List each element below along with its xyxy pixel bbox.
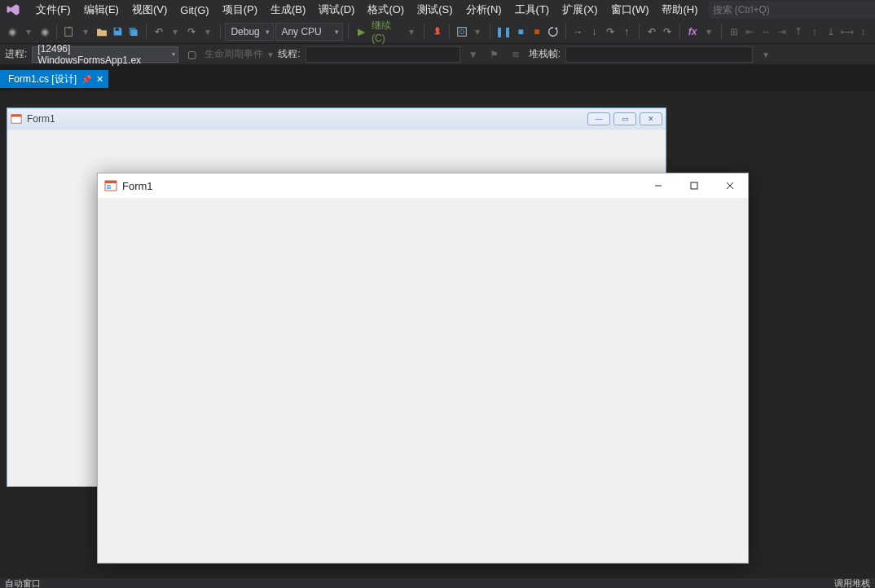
close-icon[interactable]: ✕ — [96, 74, 103, 85]
svg-rect-1 — [115, 28, 119, 30]
designer-close-icon[interactable]: ✕ — [640, 112, 662, 125]
restart-icon[interactable] — [546, 23, 561, 41]
separator — [348, 24, 349, 39]
align-top-icon[interactable]: ⤒ — [791, 23, 806, 41]
stop-debug-icon[interactable]: ■ — [530, 23, 544, 41]
callstack-panel-label[interactable]: 调用堆栈 — [834, 577, 870, 589]
diagnostic-icon[interactable]: fx — [685, 23, 700, 41]
running-close-button[interactable] — [712, 173, 748, 198]
separator — [56, 24, 57, 39]
continue-drop-icon[interactable]: ▾ — [404, 23, 419, 41]
search-input[interactable] — [708, 1, 875, 19]
tab-form1-designer[interactable]: Form1.cs [设计] 📌 ✕ — [0, 70, 108, 88]
undo-icon[interactable]: ↶ — [152, 23, 166, 41]
svg-rect-7 — [105, 181, 117, 183]
separator — [449, 24, 450, 39]
tab-title: Form1.cs [设计] — [8, 72, 77, 86]
search-box — [708, 1, 875, 19]
pause-icon[interactable]: ❚❚ — [495, 23, 512, 41]
running-minimize-button[interactable] — [640, 173, 676, 198]
overflow-icon[interactable]: ▾ — [758, 46, 774, 64]
pin-icon[interactable]: 📌 — [81, 75, 91, 84]
browser-link-drop-icon[interactable]: ▾ — [471, 23, 486, 41]
running-form-body[interactable] — [98, 198, 748, 563]
align-middle-icon[interactable]: ↕ — [807, 23, 822, 41]
undo2-icon[interactable]: ↶ — [644, 23, 659, 41]
running-form-icon — [104, 179, 117, 192]
new-item-drop-icon[interactable]: ▾ — [78, 23, 93, 41]
running-titlebar[interactable]: Form1 — [98, 173, 748, 198]
hot-reload-icon[interactable] — [429, 23, 444, 41]
menu-project[interactable]: 项目(P) — [216, 0, 264, 20]
separator — [220, 24, 221, 39]
separator — [424, 24, 424, 39]
autos-panel-label[interactable]: 自动窗口 — [5, 577, 41, 589]
save-all-icon[interactable] — [127, 23, 142, 41]
menu-edit[interactable]: 编辑(E) — [77, 0, 125, 20]
running-form-window[interactable]: Form1 — [97, 173, 749, 564]
menu-debug[interactable]: 调试(D) — [312, 0, 361, 20]
menu-window[interactable]: 窗口(W) — [605, 0, 656, 20]
menu-extensions[interactable]: 扩展(X) — [556, 0, 604, 20]
align-center-icon[interactable]: ↔ — [758, 23, 773, 41]
align-grid-icon[interactable]: ⊞ — [727, 23, 741, 41]
menu-build[interactable]: 生成(B) — [264, 0, 312, 20]
running-maximize-button[interactable] — [676, 173, 712, 198]
same-width-icon[interactable]: ⟷ — [839, 23, 854, 41]
svg-point-3 — [459, 29, 464, 33]
save-icon[interactable] — [111, 23, 125, 41]
redo-icon[interactable]: ↷ — [184, 23, 199, 41]
config-dropdown[interactable]: Debug — [225, 23, 274, 41]
redo2-icon[interactable]: ↷ — [661, 23, 675, 41]
menu-bar: 文件(F) 编辑(E) 视图(V) Git(G) 项目(P) 生成(B) 调试(… — [0, 0, 875, 20]
same-height-icon[interactable]: ↕ — [855, 23, 870, 41]
stop-icon[interactable]: ■ — [513, 23, 528, 41]
align-right-icon[interactable]: ⇥ — [775, 23, 789, 41]
stackframe-dropdown[interactable] — [565, 46, 753, 63]
menu-tools[interactable]: 工具(T) — [508, 0, 556, 20]
platform-dropdown[interactable]: Any CPU — [275, 23, 343, 41]
open-folder-icon[interactable] — [95, 23, 109, 41]
menu-git[interactable]: Git(G) — [174, 2, 215, 19]
stack-icon[interactable]: ≋ — [508, 46, 524, 64]
thread-label: 线程: — [278, 47, 300, 61]
separator — [146, 24, 147, 39]
separator — [639, 24, 640, 39]
flagged-threads-icon[interactable]: ⚑ — [486, 46, 503, 64]
continue-label[interactable]: 继续(C) — [370, 19, 402, 44]
nav-back-icon[interactable]: ◉ — [5, 23, 20, 41]
menu-view[interactable]: 视图(V) — [125, 0, 174, 20]
filter-threads-icon[interactable]: ▼ — [465, 46, 481, 64]
menu-help[interactable]: 帮助(H) — [655, 0, 704, 20]
menu-analyze[interactable]: 分析(N) — [459, 0, 508, 20]
lifecycle-icon[interactable]: ▢ — [183, 46, 200, 64]
diagnostic-drop-icon[interactable]: ▾ — [701, 23, 716, 41]
menu-format[interactable]: 格式(O) — [361, 0, 411, 20]
svg-rect-8 — [107, 185, 111, 186]
step-over-icon[interactable]: ↷ — [603, 23, 618, 41]
running-title: Form1 — [122, 180, 153, 192]
align-bottom-icon[interactable]: ⤓ — [824, 23, 838, 41]
designer-maximize-icon[interactable]: ▭ — [613, 112, 636, 125]
continue-icon[interactable]: ▶ — [354, 23, 368, 41]
separator — [721, 24, 722, 39]
designer-minimize-icon[interactable]: — — [587, 112, 610, 125]
bottom-panel-strip: 自动窗口 调用堆栈 — [0, 578, 875, 588]
menu-test[interactable]: 测试(S) — [411, 0, 459, 20]
tab-strip: Form1.cs [设计] 📌 ✕ — [0, 65, 875, 88]
align-left-icon[interactable]: ⇤ — [743, 23, 758, 41]
step-out-icon[interactable]: ↑ — [619, 23, 634, 41]
svg-rect-10 — [691, 182, 697, 189]
step-into-icon[interactable]: ↓ — [587, 23, 601, 41]
menu-file[interactable]: 文件(F) — [29, 0, 77, 20]
new-item-icon[interactable] — [62, 23, 77, 41]
nav-back-drop-icon[interactable]: ▾ — [21, 23, 36, 41]
thread-dropdown[interactable] — [306, 46, 460, 63]
browser-link-icon[interactable] — [455, 23, 469, 41]
show-next-statement-icon[interactable]: → — [571, 23, 586, 41]
nav-fwd-icon[interactable]: ◉ — [37, 23, 52, 41]
redo-drop-icon[interactable]: ▾ — [200, 23, 215, 41]
undo-drop-icon[interactable]: ▾ — [168, 23, 182, 41]
process-dropdown[interactable]: [12496] WindowsFormsApp1.ex — [32, 46, 178, 63]
vs-logo-icon — [3, 0, 23, 20]
